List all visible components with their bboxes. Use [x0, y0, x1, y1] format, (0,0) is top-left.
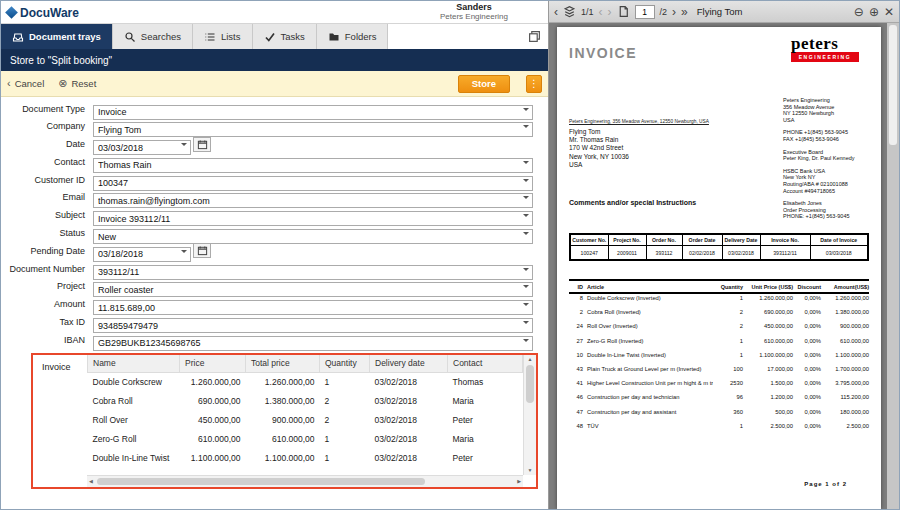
- column-header-quantity[interactable]: Quantity: [320, 355, 370, 372]
- item-article: Zero-G Roll (Inverted): [583, 338, 713, 344]
- invoice-table-grid: Name Price Total price Quantity Delivery…: [87, 355, 536, 487]
- subject-input[interactable]: [93, 211, 533, 226]
- pending-date-picker-button[interactable]: [193, 243, 211, 258]
- prev-document-icon[interactable]: ‹: [599, 6, 603, 18]
- store-options-button[interactable]: ⋮: [526, 75, 542, 93]
- scroll-down-icon[interactable]: ▼: [526, 466, 535, 475]
- table-vertical-scrollbar[interactable]: ▲ ▼: [523, 355, 536, 475]
- invoice-table-row[interactable]: Double Corkscrew 1.260.000,00 1.260.000,…: [88, 372, 523, 391]
- scrollbar-thumb[interactable]: [889, 25, 897, 145]
- chevron-down-icon[interactable]: [519, 120, 532, 133]
- chevron-down-icon[interactable]: [519, 280, 532, 293]
- column-header-total-price[interactable]: Total price: [246, 355, 320, 372]
- tab-folders[interactable]: Folders: [317, 24, 389, 49]
- invoice-table-row[interactable]: Double In-Line Twist 1.100.000,00 1.100.…: [88, 448, 523, 467]
- page-icon: [617, 5, 630, 18]
- item-discount: 0,00%: [793, 338, 821, 344]
- zoom-out-icon[interactable]: ⊖: [854, 6, 864, 18]
- project-input[interactable]: [93, 282, 533, 297]
- info-header: Invoice No.: [760, 234, 810, 246]
- info-value: 100247: [570, 246, 608, 261]
- open-new-window-button[interactable]: [520, 24, 548, 49]
- invoice-table-row[interactable]: Cobra Roll 690.000,00 1.380.000,00 2 03/…: [88, 391, 523, 410]
- contact-input[interactable]: [93, 158, 533, 173]
- iban-input[interactable]: [93, 336, 533, 351]
- scrollbar-track[interactable]: [524, 364, 536, 466]
- company-phone: PHONE +1(845) 563-9045 FAX +1(845) 563-9…: [783, 129, 879, 142]
- chevron-down-icon[interactable]: [519, 333, 532, 346]
- viewer-vertical-scrollbar[interactable]: [887, 23, 899, 509]
- item-article: Construciton per day and assistant: [583, 409, 713, 415]
- reset-label: Reset: [71, 78, 96, 89]
- collapse-viewer-icon[interactable]: ‹: [554, 6, 558, 18]
- invoice-table-row[interactable]: Zero-G Roll 610.000,00 610.000,00 1 03/0…: [88, 429, 523, 448]
- document-type-input[interactable]: [93, 105, 533, 120]
- cell-quantity: 1: [320, 448, 370, 467]
- field-label-iban: IBAN: [1, 335, 93, 345]
- new-window-icon: [528, 30, 541, 43]
- column-header-price[interactable]: Price: [180, 355, 246, 372]
- chevron-down-icon[interactable]: [177, 244, 190, 257]
- last-page-icon[interactable]: »: [681, 6, 688, 18]
- chevron-down-icon[interactable]: [519, 102, 532, 115]
- date-picker-button[interactable]: [193, 137, 211, 152]
- chevron-down-icon[interactable]: [519, 191, 532, 204]
- reset-button[interactable]: ⊗ Reset: [58, 78, 96, 89]
- chevron-down-icon[interactable]: [177, 138, 190, 151]
- item-amount: 1.100.000,00: [821, 352, 869, 358]
- scrollbar-thumb[interactable]: [526, 365, 534, 403]
- form-row-project: Project: [1, 279, 548, 294]
- item-quantity: 1: [713, 338, 743, 344]
- invoice-table-row[interactable]: Roll Over 450.000,00 900.000,00 2 03/02/…: [88, 410, 523, 429]
- tab-lists[interactable]: Lists: [193, 24, 253, 49]
- item-unit-price: 2.500,00: [743, 423, 793, 429]
- page-number-input[interactable]: [635, 5, 655, 19]
- column-header-contact[interactable]: Contact: [448, 355, 523, 372]
- tab-searches[interactable]: Searches: [113, 24, 193, 49]
- zoom-in-icon[interactable]: ⊕: [869, 6, 879, 18]
- chevron-down-icon[interactable]: [519, 262, 532, 275]
- scroll-left-icon[interactable]: ◀: [87, 477, 95, 486]
- chevron-down-icon[interactable]: [519, 298, 532, 311]
- item-quantity: 2: [713, 309, 743, 315]
- column-header-delivery-date[interactable]: Delivery date: [370, 355, 448, 372]
- tab-tasks[interactable]: Tasks: [253, 24, 317, 49]
- chevron-down-icon[interactable]: [519, 209, 532, 222]
- next-document-icon[interactable]: ›: [608, 6, 612, 18]
- column-header-name[interactable]: Name: [88, 355, 180, 372]
- user-organization: Peters Engineering: [440, 13, 508, 22]
- scroll-right-icon[interactable]: ▶: [515, 477, 523, 486]
- cell-name: Roll Over: [88, 410, 180, 429]
- close-viewer-icon[interactable]: ✕: [884, 6, 894, 18]
- next-page-icon[interactable]: ›: [672, 6, 676, 18]
- tab-document-trays[interactable]: Document trays: [1, 24, 113, 49]
- customer-id-input[interactable]: [93, 176, 533, 191]
- tax-id-input[interactable]: [93, 318, 533, 333]
- chevron-down-icon[interactable]: [519, 227, 532, 240]
- cell-delivery-date: 03/02/2018: [370, 448, 448, 467]
- document-number-input[interactable]: [93, 265, 533, 280]
- order-info-header-row: Customer No. Project No. Order No. Order…: [570, 234, 868, 246]
- item-quantity: 360: [713, 409, 743, 415]
- status-input[interactable]: [93, 229, 533, 244]
- chevron-down-icon[interactable]: [519, 173, 532, 186]
- invoice-document-page[interactable]: INVOICE peters ENGINEERING Peters Engine…: [557, 27, 881, 509]
- email-input[interactable]: [93, 193, 533, 208]
- cancel-button[interactable]: ‹ Cancel: [7, 78, 44, 89]
- thumbnails-icon[interactable]: [563, 5, 576, 18]
- scrollbar-thumb[interactable]: [97, 478, 425, 485]
- scroll-up-icon[interactable]: ▲: [526, 355, 535, 364]
- form-row-document-number: Document Number: [1, 261, 548, 276]
- item-quantity: 96: [713, 394, 743, 400]
- company-input[interactable]: [93, 122, 533, 137]
- item-id: 10: [569, 352, 583, 358]
- user-info[interactable]: Sanders Peters Engineering: [440, 3, 508, 22]
- chevron-down-icon[interactable]: [519, 155, 532, 168]
- amount-input[interactable]: [93, 300, 533, 315]
- store-button[interactable]: Store: [458, 75, 510, 93]
- item-unit-price: 17.000,00: [743, 366, 793, 372]
- chevron-down-icon[interactable]: [519, 316, 532, 329]
- scrollbar-track[interactable]: [95, 476, 515, 487]
- invoice-table: Name Price Total price Quantity Delivery…: [87, 355, 523, 467]
- table-horizontal-scrollbar[interactable]: ◀ ▶: [87, 475, 523, 487]
